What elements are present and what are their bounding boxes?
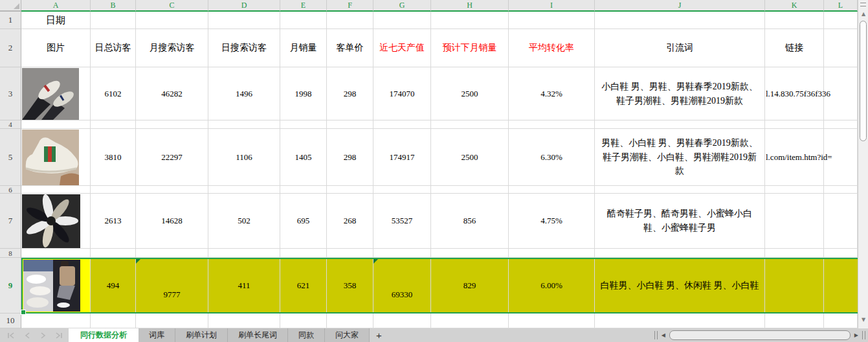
product-image-cell-active[interactable] <box>23 259 91 312</box>
column-header-f[interactable]: F <box>327 0 373 12</box>
cell-daily-total-visitors[interactable]: 6102 <box>91 67 136 120</box>
add-sheet-button[interactable]: + <box>370 328 388 342</box>
empty-cell[interactable] <box>91 12 136 29</box>
empty-cell[interactable] <box>280 249 327 258</box>
column-header-e[interactable]: E <box>280 0 327 12</box>
empty-cell[interactable] <box>373 249 431 258</box>
header-avg-conversion-rate[interactable]: 平均转化率 <box>509 29 595 67</box>
horizontal-scroll-thumb[interactable] <box>669 330 851 340</box>
empty-cell[interactable] <box>21 120 91 129</box>
empty-cell[interactable] <box>373 314 431 328</box>
cell-avg-conversion-rate[interactable]: 4.32% <box>509 67 595 120</box>
product-image-cell[interactable] <box>21 129 91 186</box>
cell-monthly-sales[interactable]: 1998 <box>280 67 327 120</box>
scroll-down-icon[interactable]: ▼ <box>858 317 868 323</box>
scroll-right-icon[interactable]: ▶ <box>854 333 858 338</box>
header-seven-day-output[interactable]: 近七天产值 <box>373 29 431 67</box>
scrollbar-splitter[interactable] <box>862 331 865 339</box>
empty-cell[interactable] <box>509 249 595 258</box>
empty-cell[interactable] <box>21 314 91 328</box>
cell-monthly-sales[interactable]: 1405 <box>280 129 327 186</box>
empty-cell[interactable] <box>21 186 91 194</box>
select-all-corner[interactable] <box>0 0 21 12</box>
empty-cell[interactable] <box>824 120 858 129</box>
empty-cell[interactable] <box>280 314 327 328</box>
row-number-1[interactable]: 1 <box>0 12 21 29</box>
empty-cell[interactable] <box>280 12 327 29</box>
empty-cell[interactable] <box>431 120 509 129</box>
empty-cell[interactable] <box>509 120 595 129</box>
empty-cell[interactable] <box>136 12 208 29</box>
cell-daily-search-visitors[interactable]: 1106 <box>208 129 280 186</box>
empty-cell[interactable] <box>824 29 858 67</box>
empty-cell[interactable] <box>208 120 280 129</box>
cell-next-month-forecast[interactable]: 829 <box>431 259 509 312</box>
cell-link[interactable]: l.com/item.htm?id= <box>765 129 824 186</box>
empty-cell[interactable] <box>373 12 431 29</box>
column-header-k[interactable]: K <box>765 0 824 12</box>
cell-daily-search-visitors[interactable]: 411 <box>208 259 280 312</box>
scroll-left-icon[interactable]: ◀ <box>662 333 665 338</box>
empty-cell[interactable] <box>136 249 208 258</box>
cell-daily-total-visitors[interactable]: 494 <box>91 259 136 312</box>
row-number-2[interactable]: 2 <box>0 29 21 67</box>
header-image[interactable]: 图片 <box>21 29 91 67</box>
row-number-7[interactable]: 7 <box>0 194 21 249</box>
cell-unit-price[interactable]: 268 <box>327 194 373 249</box>
column-header-j[interactable]: J <box>595 0 765 12</box>
sheet-tab-wendajia[interactable]: 问大家 <box>325 328 370 342</box>
empty-cell[interactable] <box>280 186 327 194</box>
sheet-tab-ciku[interactable]: 词库 <box>139 328 175 342</box>
scroll-up-icon[interactable]: ▲ <box>858 12 868 17</box>
column-header-a[interactable]: A <box>21 0 91 12</box>
row-number-8[interactable]: 8 <box>0 249 21 258</box>
empty-cell[interactable] <box>509 314 595 328</box>
empty-cell[interactable] <box>431 314 509 328</box>
empty-cell[interactable] <box>280 120 327 129</box>
empty-cell[interactable] <box>327 12 373 29</box>
empty-cell[interactable] <box>824 186 858 194</box>
cell-link[interactable] <box>765 194 824 249</box>
row-number-6[interactable]: 6 <box>0 186 21 194</box>
vertical-scroll-thumb[interactable] <box>860 21 867 141</box>
cell-monthly-search-visitors[interactable]: 46282 <box>136 67 208 120</box>
previous-sheet-icon[interactable] <box>23 332 31 339</box>
header-monthly-sales[interactable]: 月销量 <box>280 29 327 67</box>
cell-monthly-search-visitors[interactable]: 9777 <box>136 259 208 312</box>
empty-cell[interactable] <box>327 120 373 129</box>
cell-traffic-keywords[interactable]: 酷奇鞋子男、酷奇男鞋、小蜜蜂小白鞋、小蜜蜂鞋子男 <box>595 194 765 249</box>
empty-cell[interactable] <box>431 249 509 258</box>
scrollbar-splitter[interactable] <box>654 331 658 339</box>
column-header-b[interactable]: B <box>91 0 136 12</box>
column-header-c[interactable]: C <box>136 0 208 12</box>
empty-cell[interactable] <box>765 120 824 129</box>
column-header-l[interactable]: L <box>824 0 858 12</box>
cell-daily-search-visitors[interactable]: 1496 <box>208 67 280 120</box>
scrollbar-splitter[interactable] <box>860 3 866 6</box>
column-header-h[interactable]: H <box>431 0 509 12</box>
cell-traffic-keywords[interactable]: 男鞋、小白鞋 男、男鞋春季2019新款、鞋子男潮鞋、小白鞋、男鞋潮鞋2019新款 <box>595 129 765 186</box>
empty-cell[interactable] <box>327 186 373 194</box>
cell-daily-total-visitors[interactable]: 3810 <box>91 129 136 186</box>
cell-seven-day-output[interactable]: 53527 <box>373 194 431 249</box>
cell-monthly-search-visitors[interactable]: 14628 <box>136 194 208 249</box>
empty-cell[interactable] <box>765 186 824 194</box>
sheet-tab-shuadan-changweici[interactable]: 刷单长尾词 <box>228 328 288 342</box>
empty-cell[interactable] <box>91 314 136 328</box>
cell-monthly-sales[interactable]: 621 <box>280 259 327 312</box>
empty-cell[interactable] <box>208 186 280 194</box>
empty-cell[interactable] <box>373 120 431 129</box>
empty-cell[interactable] <box>824 194 858 249</box>
cell-next-month-forecast[interactable]: 2500 <box>431 67 509 120</box>
first-sheet-icon[interactable] <box>6 332 16 339</box>
empty-cell[interactable] <box>208 249 280 258</box>
empty-cell[interactable] <box>595 12 765 29</box>
empty-cell[interactable] <box>765 314 824 328</box>
column-header-i[interactable]: I <box>509 0 595 12</box>
empty-cell[interactable] <box>208 314 280 328</box>
cell-monthly-sales[interactable]: 695 <box>280 194 327 249</box>
cell-seven-day-output[interactable]: 174070 <box>373 67 431 120</box>
cell-link[interactable] <box>765 259 824 312</box>
empty-cell[interactable] <box>824 249 858 258</box>
empty-cell[interactable] <box>824 314 858 328</box>
